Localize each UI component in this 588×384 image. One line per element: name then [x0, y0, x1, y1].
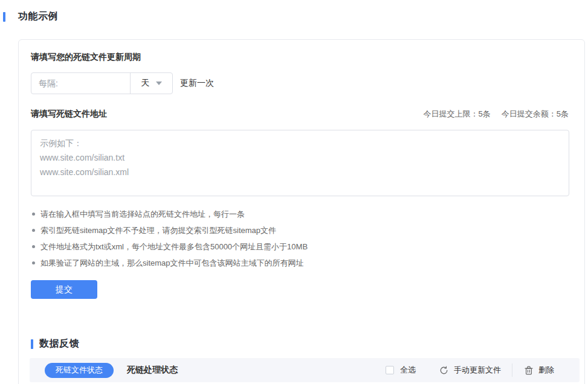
- tab-process-status[interactable]: 死链处理状态: [127, 365, 178, 376]
- tip-item: 请在输入框中填写当前选择站点的死链文件地址，每行一条: [31, 206, 569, 222]
- trash-icon: [525, 366, 533, 375]
- submit-button[interactable]: 提交: [31, 280, 97, 299]
- feedback-tabs: 死链文件状态 死链处理状态: [45, 363, 178, 378]
- feedback-section-title: 数据反馈: [31, 338, 569, 350]
- address-label: 请填写死链文件地址: [31, 109, 107, 120]
- update-once-text: 更新一次: [180, 78, 214, 89]
- manual-update-button[interactable]: 手动更新文件: [439, 365, 501, 376]
- dead-link-textarea[interactable]: [31, 130, 569, 196]
- dead-link-submission-page: 功能示例 请填写您的死链文件更新周期 天 更新一次 请填写死链文件地址 今日提交…: [0, 0, 588, 384]
- quota-info: 今日提交上限：5条 今日提交余额：5条: [424, 109, 569, 120]
- bullet-icon: [32, 229, 35, 232]
- select-all-label[interactable]: 全选: [400, 365, 416, 376]
- quota-limit: 今日提交上限：5条: [424, 109, 491, 120]
- page-title: 功能示例: [3, 10, 58, 23]
- tip-item: 文件地址格式为txt或xml，每个地址文件最多包含50000个网址且需小于10M…: [31, 238, 569, 255]
- bullet-icon: [32, 245, 35, 248]
- tip-item: 如果验证了网站的主域，那么sitemap文件中可包含该网站主域下的所有网址: [31, 255, 569, 271]
- update-period-label: 请填写您的死链文件更新周期: [31, 52, 569, 63]
- feedback-toolbar: 死链文件状态 死链处理状态 全选 手动更新文件: [30, 358, 580, 382]
- page-title-text: 功能示例: [18, 10, 58, 23]
- feedback-title-text: 数据反馈: [39, 338, 79, 350]
- interval-input-group: 天: [31, 72, 173, 94]
- tab-file-status[interactable]: 死链文件状态: [45, 363, 114, 378]
- chevron-down-icon: [156, 82, 162, 85]
- title-accent-bar: [31, 339, 33, 349]
- tips-list: 请在输入框中填写当前选择站点的死链文件地址，每行一条 索引型死链sitemap文…: [31, 206, 569, 271]
- delete-button[interactable]: 删除: [525, 365, 554, 376]
- unit-select-value: 天: [141, 78, 150, 89]
- title-accent-bar: [3, 12, 5, 22]
- select-all-checkbox[interactable]: [386, 366, 394, 374]
- delete-label: 删除: [538, 365, 554, 376]
- tip-item: 索引型死链sitemap文件不予处理，请勿提交索引型死链sitemap文件: [31, 222, 569, 238]
- refresh-icon: [439, 366, 448, 375]
- quota-remaining: 今日提交余额：5条: [502, 109, 569, 120]
- bullet-icon: [32, 261, 35, 264]
- bullet-icon: [32, 213, 35, 216]
- submission-card: 请填写您的死链文件更新周期 天 更新一次 请填写死链文件地址 今日提交上限：5条…: [18, 39, 585, 384]
- toolbar-divider: [512, 363, 512, 377]
- unit-select[interactable]: 天: [130, 73, 172, 94]
- interval-input[interactable]: [31, 73, 130, 94]
- toolbar-actions: 全选 手动更新文件: [386, 363, 554, 377]
- interval-row: 天 更新一次: [31, 72, 569, 94]
- address-row: 请填写死链文件地址 今日提交上限：5条 今日提交余额：5条: [31, 109, 569, 120]
- manual-update-label: 手动更新文件: [454, 365, 501, 376]
